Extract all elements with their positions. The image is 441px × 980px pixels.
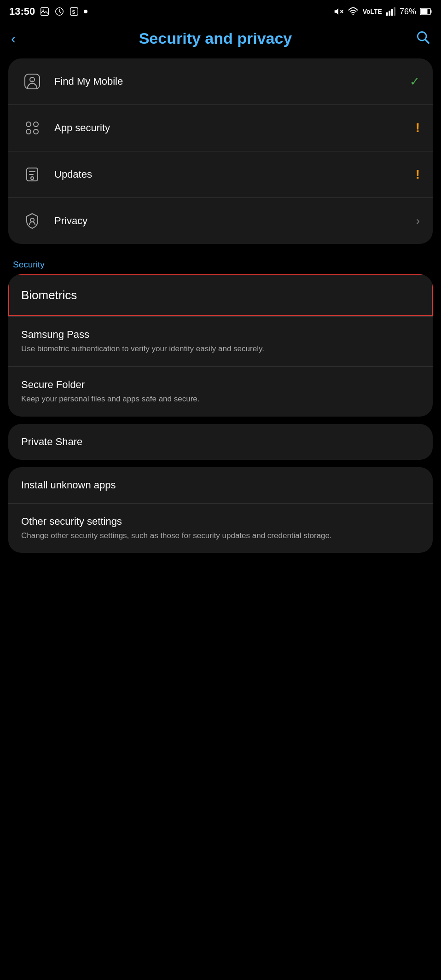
unknown-apps-card: Install unknown apps Other security sett…: [8, 467, 433, 553]
other-security-settings-item[interactable]: Other security settings Change other sec…: [8, 503, 433, 553]
private-share-label: Private Share: [21, 436, 420, 448]
svg-rect-0: [41, 8, 49, 16]
svg-point-23: [34, 129, 38, 134]
secure-folder-desc: Keep your personal files and apps safe a…: [21, 394, 420, 405]
page-title: Security and privacy: [25, 29, 406, 47]
biometrics-item[interactable]: Biometrics: [8, 274, 433, 316]
privacy-chevron: ›: [416, 215, 420, 227]
battery-icon: [420, 8, 432, 15]
app-security-warning: !: [416, 121, 420, 135]
samsung-pass-label: Samsung Pass: [21, 329, 420, 341]
app-security-icon: [21, 117, 43, 139]
gallery-icon: [40, 6, 50, 17]
find-my-mobile-label: Find My Mobile: [54, 75, 410, 87]
top-settings-card: Find My Mobile ✓ App security ! Updates …: [8, 58, 433, 244]
s-badge-icon: S: [69, 6, 79, 17]
updates-icon: [21, 163, 43, 186]
status-right-icons: VoLTE 76%: [333, 6, 432, 17]
svg-rect-8: [386, 12, 388, 16]
back-button[interactable]: ‹: [11, 32, 16, 46]
updates-item[interactable]: Updates !: [8, 151, 433, 197]
app-security-label: App security: [54, 122, 416, 134]
svg-point-26: [30, 218, 34, 222]
app-security-item[interactable]: App security !: [8, 104, 433, 151]
updates-label: Updates: [54, 168, 416, 180]
svg-point-7: [352, 14, 354, 15]
secure-folder-label: Secure Folder: [21, 379, 420, 391]
svg-point-1: [43, 9, 44, 11]
clock-icon: [54, 6, 64, 17]
find-my-mobile-check: ✓: [410, 75, 420, 89]
find-my-mobile-item[interactable]: Find My Mobile ✓: [8, 58, 433, 104]
mute-icon: [333, 6, 343, 17]
notification-dot: [84, 10, 87, 13]
status-time: 13:50 S: [9, 6, 87, 17]
svg-rect-13: [421, 9, 428, 14]
svg-point-20: [26, 122, 31, 127]
battery-percent: 76%: [400, 7, 416, 17]
other-security-settings-desc: Change other security settings, such as …: [21, 530, 420, 541]
svg-point-21: [34, 122, 38, 127]
secure-folder-item[interactable]: Secure Folder Keep your personal files a…: [8, 366, 433, 417]
svg-rect-11: [394, 7, 395, 16]
svg-point-22: [26, 129, 31, 134]
privacy-label: Privacy: [54, 215, 416, 227]
volte-icon: VoLTE: [363, 8, 382, 15]
private-share-item[interactable]: Private Share: [8, 424, 433, 460]
find-my-mobile-icon: [21, 70, 43, 93]
status-bar: 13:50 S VoLTE 76%: [0, 0, 441, 21]
samsung-pass-item[interactable]: Samsung Pass Use biometric authenticatio…: [8, 316, 433, 366]
svg-line-16: [425, 40, 429, 43]
privacy-item[interactable]: Privacy ›: [8, 197, 433, 244]
biometrics-label: Biometrics: [21, 288, 77, 302]
updates-warning: !: [416, 167, 420, 182]
install-unknown-apps-item[interactable]: Install unknown apps: [8, 467, 433, 503]
biometrics-card: Biometrics Samsung Pass Use biometric au…: [8, 274, 433, 417]
privacy-icon: [21, 210, 43, 232]
wifi-icon: [347, 6, 359, 17]
private-share-card: Private Share: [8, 424, 433, 460]
security-section-label: Security: [0, 251, 441, 274]
other-security-settings-label: Other security settings: [21, 516, 420, 528]
time-text: 13:50: [9, 6, 35, 17]
samsung-pass-desc: Use biometric authentication to verify y…: [21, 343, 420, 354]
svg-rect-10: [391, 9, 393, 16]
search-icon: [415, 29, 430, 44]
svg-point-19: [31, 81, 33, 82]
install-unknown-apps-label: Install unknown apps: [21, 479, 420, 491]
svg-text:S: S: [72, 10, 75, 15]
page-header: ‹ Security and privacy: [0, 21, 441, 58]
svg-point-25: [31, 177, 34, 180]
svg-rect-9: [389, 11, 390, 16]
svg-rect-14: [430, 10, 432, 13]
signal-icon: [386, 6, 396, 17]
search-button[interactable]: [415, 29, 430, 47]
